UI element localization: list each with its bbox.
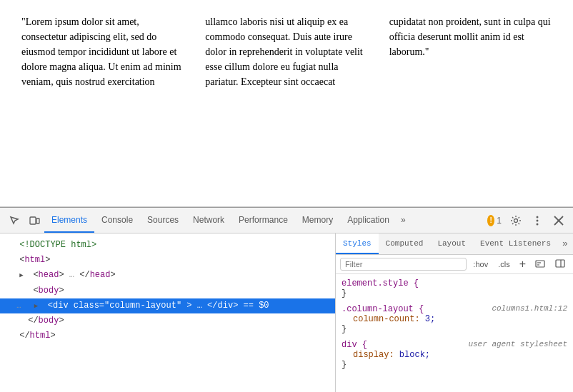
- svg-rect-0: [30, 217, 36, 224]
- css-source-ua: user agent stylesheet: [468, 340, 567, 348]
- tab-console[interactable]: Console: [94, 208, 140, 233]
- svg-rect-1: [36, 218, 39, 223]
- css-source-link[interactable]: columns1.html:12: [492, 304, 567, 313]
- toggle-sidebar-button[interactable]: [552, 257, 569, 271]
- css-rule-column-layout: .column-layout { columns1.html:12 column…: [336, 303, 573, 336]
- expand-icon[interactable]: ▶: [34, 301, 43, 311]
- css-rule-div: div { user agent stylesheet display: blo…: [336, 338, 573, 371]
- column-layout: "Lorem ipsum dolor sit amet, consectetur…: [21, 14, 552, 89]
- warning-count: 1: [497, 216, 502, 226]
- collapse-icon[interactable]: ▶: [19, 271, 28, 281]
- dom-head[interactable]: ▶ <head> … </head>: [0, 268, 335, 283]
- device-toolbar-icon[interactable]: [24, 211, 44, 231]
- dom-html-open: <html>: [0, 253, 335, 268]
- svg-rect-11: [556, 260, 564, 267]
- tab-application[interactable]: Application: [340, 208, 397, 233]
- styles-more-tabs[interactable]: »: [558, 238, 572, 249]
- devtools-content: <!DOCTYPE html> <html> ▶ <head> … </head…: [0, 233, 573, 392]
- tab-memory[interactable]: Memory: [295, 208, 340, 233]
- settings-icon[interactable]: [506, 211, 526, 231]
- subtab-event-listeners[interactable]: Event Listeners: [473, 233, 558, 254]
- svg-point-3: [537, 216, 539, 218]
- dots-icon[interactable]: …: [16, 302, 21, 310]
- main-content: "Lorem ipsum dolor sit amet, consectetur…: [0, 0, 573, 207]
- devtools-topbar-right: ! 1: [484, 211, 569, 231]
- devtools-panel: Elements Console Sources Network Perform…: [0, 207, 573, 392]
- css-rule-element-style: element.style { }: [336, 277, 573, 300]
- subtab-computed[interactable]: Computed: [379, 233, 431, 254]
- warning-indicator[interactable]: ! 1: [484, 211, 504, 231]
- svg-point-2: [514, 218, 518, 222]
- tab-more[interactable]: »: [397, 208, 410, 233]
- tab-elements[interactable]: Elements: [44, 208, 94, 233]
- cls-button[interactable]: .cls: [494, 258, 514, 270]
- tab-sources[interactable]: Sources: [140, 208, 186, 233]
- devtools-topbar: Elements Console Sources Network Perform…: [0, 208, 573, 233]
- dom-body-open: <body>: [0, 283, 335, 298]
- dom-html-close: </html>: [0, 328, 335, 343]
- lorem-text: "Lorem ipsum dolor sit amet, consectetur…: [21, 16, 551, 87]
- styles-filter-bar: :hov .cls +: [336, 255, 573, 274]
- subtab-layout[interactable]: Layout: [430, 233, 473, 254]
- svg-rect-8: [536, 261, 544, 267]
- devtools-tabs: Elements Console Sources Network Perform…: [44, 208, 484, 233]
- dom-body-close: </body>: [0, 313, 335, 328]
- dom-div-selected[interactable]: … ▶ <div class="column-layout" > … </div…: [0, 298, 335, 313]
- dom-panel[interactable]: <!DOCTYPE html> <html> ▶ <head> … </head…: [0, 233, 336, 392]
- styles-filter-input[interactable]: [340, 258, 467, 271]
- more-options-icon[interactable]: [527, 211, 547, 231]
- svg-point-5: [537, 223, 539, 225]
- styles-content: element.style { } .column-layout { colum…: [336, 274, 573, 392]
- dom-doctype: <!DOCTYPE html>: [0, 238, 335, 253]
- close-devtools-icon[interactable]: [549, 211, 569, 231]
- styles-subtabs: Styles Computed Layout Event Listeners »: [336, 233, 573, 255]
- warning-icon: !: [487, 215, 494, 226]
- inspect-element-icon[interactable]: [4, 211, 24, 231]
- tab-performance[interactable]: Performance: [231, 208, 295, 233]
- tab-network[interactable]: Network: [186, 208, 231, 233]
- subtab-styles[interactable]: Styles: [336, 233, 379, 254]
- new-style-rule-button[interactable]: [532, 257, 549, 271]
- add-style-button[interactable]: +: [517, 258, 529, 271]
- styles-panel: Styles Computed Layout Event Listeners »…: [336, 233, 573, 392]
- svg-point-4: [537, 219, 539, 221]
- hov-button[interactable]: :hov: [469, 258, 492, 270]
